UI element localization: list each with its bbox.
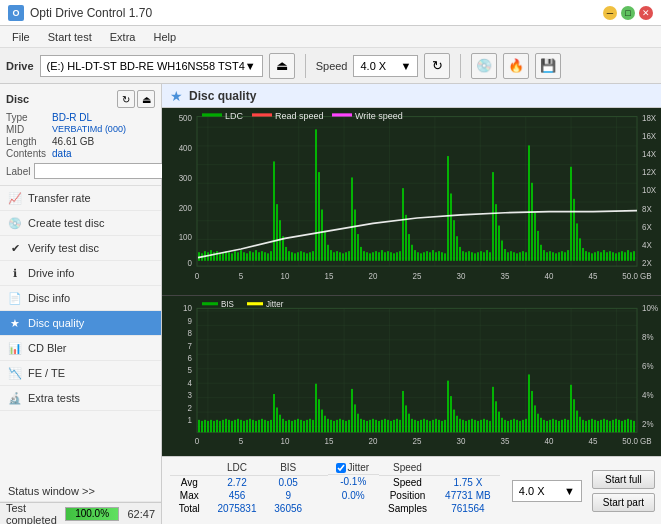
svg-rect-61 <box>285 247 287 261</box>
jitter-checkbox[interactable] <box>336 463 346 473</box>
svg-text:10X: 10X <box>642 186 657 195</box>
sidebar-item-extra-tests[interactable]: 🔬 Extra tests <box>0 386 161 411</box>
svg-rect-341 <box>621 421 623 432</box>
menu-file[interactable]: File <box>4 29 38 45</box>
svg-rect-206 <box>216 420 218 432</box>
svg-text:9: 9 <box>188 317 193 326</box>
create-test-disc-icon: 💿 <box>8 216 22 230</box>
contents-label: Contents <box>6 148 46 159</box>
svg-text:6X: 6X <box>642 223 652 232</box>
sidebar-item-drive-info[interactable]: ℹ Drive info <box>0 261 161 286</box>
svg-rect-140 <box>522 251 524 261</box>
eject-button[interactable]: ⏏ <box>269 53 295 79</box>
svg-rect-121 <box>465 252 467 261</box>
svg-rect-342 <box>624 420 626 432</box>
menu-bar: File Start test Extra Help <box>0 26 661 48</box>
svg-text:5: 5 <box>188 366 193 375</box>
svg-rect-272 <box>414 420 416 432</box>
footer-speed-dropdown[interactable]: 4.0 X ▼ <box>512 480 582 502</box>
svg-rect-135 <box>507 252 509 261</box>
avg-spacer <box>311 475 328 489</box>
label-input[interactable] <box>34 163 167 179</box>
sidebar-item-fe-te[interactable]: 📉 FE / TE <box>0 361 161 386</box>
svg-rect-154 <box>564 252 566 261</box>
svg-text:4%: 4% <box>642 391 654 400</box>
svg-rect-57 <box>273 161 275 260</box>
svg-rect-288 <box>462 420 464 432</box>
svg-text:5: 5 <box>239 272 244 281</box>
progress-bar: 100.0% <box>65 507 120 521</box>
drive-dropdown[interactable]: (E:) HL-DT-ST BD-RE WH16NS58 TST4 ▼ <box>40 55 263 77</box>
menu-start-test[interactable]: Start test <box>40 29 100 45</box>
svg-rect-95 <box>387 251 389 261</box>
svg-rect-205 <box>213 421 215 432</box>
svg-rect-5 <box>332 113 352 116</box>
svg-rect-168 <box>606 252 608 261</box>
disc-eject-button[interactable]: ⏏ <box>137 90 155 108</box>
svg-text:2: 2 <box>188 403 193 412</box>
toolbar: Drive (E:) HL-DT-ST BD-RE WH16NS58 TST4 … <box>0 48 661 84</box>
svg-rect-225 <box>273 394 275 432</box>
disc-refresh-button[interactable]: ↻ <box>117 90 135 108</box>
svg-rect-294 <box>480 420 482 432</box>
sidebar-item-create-test-disc[interactable]: 💿 Create test disc <box>0 211 161 236</box>
burn-button[interactable]: 🔥 <box>503 53 529 79</box>
speed-dropdown[interactable]: 4.0 X ▼ <box>353 55 418 77</box>
svg-rect-38 <box>216 251 218 261</box>
total-speed-val: 761564 <box>436 502 500 515</box>
svg-rect-100 <box>402 188 404 261</box>
svg-rect-311 <box>531 391 533 432</box>
maximize-button[interactable]: □ <box>621 6 635 20</box>
disc-button[interactable]: 💿 <box>471 53 497 79</box>
svg-rect-148 <box>546 252 548 261</box>
svg-rect-239 <box>315 384 317 433</box>
separator <box>305 54 306 78</box>
stats-footer: LDC BIS Jitter Speed <box>162 456 661 524</box>
sidebar-item-transfer-rate[interactable]: 📈 Transfer rate <box>0 186 161 211</box>
svg-rect-53 <box>261 251 263 261</box>
total-label: Total <box>170 502 209 515</box>
close-button[interactable]: ✕ <box>639 6 653 20</box>
svg-rect-264 <box>390 421 392 432</box>
svg-text:10%: 10% <box>642 304 658 313</box>
sidebar-item-disc-quality[interactable]: ★ Disc quality <box>0 311 161 336</box>
svg-rect-236 <box>306 420 308 432</box>
status-window-nav[interactable]: Status window >> <box>0 481 161 502</box>
sidebar-item-verify-test-disc[interactable]: ✔ Verify test disc <box>0 236 161 261</box>
sidebar-item-cd-bler[interactable]: 📊 CD Bler <box>0 336 161 361</box>
svg-rect-345 <box>633 421 635 432</box>
svg-rect-293 <box>477 421 479 432</box>
svg-rect-297 <box>489 421 491 432</box>
save-button[interactable]: 💾 <box>535 53 561 79</box>
svg-rect-128 <box>486 250 488 261</box>
svg-rect-284 <box>450 396 452 432</box>
start-full-button[interactable]: Start full <box>592 470 655 489</box>
svg-rect-174 <box>624 252 626 261</box>
svg-text:35: 35 <box>501 437 510 446</box>
svg-rect-46 <box>240 250 242 261</box>
svg-rect-274 <box>420 420 422 432</box>
svg-rect-298 <box>492 387 494 432</box>
svg-rect-261 <box>381 420 383 432</box>
svg-rect-314 <box>540 418 542 432</box>
menu-extra[interactable]: Extra <box>102 29 144 45</box>
svg-rect-125 <box>477 252 479 261</box>
start-part-button[interactable]: Start part <box>592 493 655 512</box>
menu-help[interactable]: Help <box>145 29 184 45</box>
svg-rect-162 <box>588 252 590 261</box>
minimize-button[interactable]: ─ <box>603 6 617 20</box>
svg-rect-77 <box>333 252 335 261</box>
svg-rect-166 <box>600 252 602 261</box>
charts-area: LDC Read speed Write speed 500 400 300 2… <box>162 108 661 456</box>
svg-rect-98 <box>396 252 398 261</box>
refresh-button[interactable]: ↻ <box>424 53 450 79</box>
svg-text:25: 25 <box>413 437 422 446</box>
svg-rect-39 <box>219 253 221 260</box>
sidebar-item-disc-info[interactable]: 📄 Disc info <box>0 286 161 311</box>
svg-rect-278 <box>432 420 434 432</box>
svg-rect-48 <box>246 253 248 260</box>
svg-rect-221 <box>261 419 263 432</box>
svg-rect-226 <box>276 407 278 432</box>
svg-rect-290 <box>468 420 470 432</box>
svg-rect-209 <box>225 419 227 432</box>
